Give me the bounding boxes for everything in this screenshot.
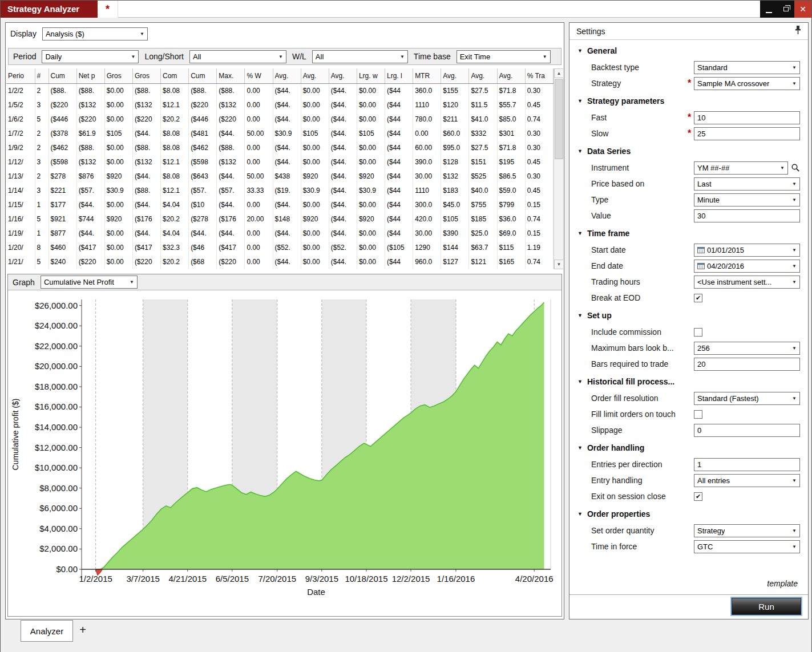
strategy-dropdown[interactable]: Sample MA crossover▼: [694, 77, 800, 90]
period-dropdown[interactable]: Daily ▼: [42, 50, 139, 63]
collapse-triangle-icon[interactable]: ▼: [577, 230, 583, 236]
section-data-series[interactable]: ▼Data Series: [569, 143, 808, 160]
collapse-triangle-icon[interactable]: ▼: [577, 379, 583, 384]
section-title: Set up: [587, 311, 612, 320]
section-general[interactable]: ▼General: [569, 42, 808, 59]
trading-hours-dropdown[interactable]: <Use instrument sett...▼: [694, 276, 800, 289]
table-row[interactable]: 1/16/5$921$744$920($176$20.2($278($17620…: [6, 212, 554, 226]
restore-button[interactable]: [777, 1, 794, 18]
value-input[interactable]: 30: [694, 209, 800, 222]
close-button[interactable]: ✕: [794, 1, 811, 18]
set-order-quantity-dropdown[interactable]: Strategy▼: [694, 524, 800, 537]
table-row[interactable]: 1/19/1$877($44.$0.00($44.$4.04($44.($44.…: [6, 226, 554, 240]
template-link[interactable]: template: [767, 579, 798, 588]
table-row[interactable]: 1/2/22($88.($88.$0.00($88.$8.08($88.($88…: [6, 83, 554, 98]
exit-on-session-close-checkbox[interactable]: ✔: [694, 492, 702, 501]
column-header[interactable]: Avg.: [469, 68, 497, 83]
entries-per-direction-input[interactable]: 1: [694, 458, 800, 471]
include-commission-checkbox[interactable]: [694, 328, 702, 337]
column-header[interactable]: Avg.: [497, 68, 525, 83]
slippage-input[interactable]: 0: [694, 424, 800, 437]
setting-control: 01/01/2015▼: [694, 244, 800, 257]
table-cell: $12.1: [161, 98, 189, 112]
column-header[interactable]: % W: [245, 68, 273, 83]
entry-handling-dropdown[interactable]: All entries▼: [694, 474, 800, 487]
fast-input[interactable]: 10: [694, 111, 800, 124]
display-dropdown[interactable]: Analysis ($) ▼: [42, 27, 148, 41]
table-cell: $0.00: [301, 254, 329, 269]
table-scrollbar[interactable]: ▲ ▼: [554, 68, 563, 269]
column-header[interactable]: Gros: [132, 68, 160, 83]
table-row[interactable]: 1/7/22($378$61.9$105($44.$8.08($481($44.…: [6, 126, 554, 140]
section-order-handling[interactable]: ▼Order handling: [569, 439, 808, 456]
end-date-picker[interactable]: 04/20/2016▼: [694, 260, 800, 273]
section-set-up[interactable]: ▼Set up: [569, 307, 808, 324]
collapse-triangle-icon[interactable]: ▼: [577, 313, 583, 318]
backtest-type-dropdown[interactable]: Standard▼: [694, 61, 800, 74]
column-header[interactable]: Lrg. w: [357, 68, 385, 83]
column-header[interactable]: Max.: [217, 68, 245, 83]
instrument-dropdown[interactable]: YM ##-##▼: [694, 161, 788, 175]
table-cell: ($44.: [132, 169, 160, 183]
slow-input[interactable]: 25: [694, 127, 800, 140]
run-button[interactable]: Run: [732, 598, 801, 615]
section-order-properties[interactable]: ▼Order properties: [569, 505, 808, 523]
type-dropdown[interactable]: Minute▼: [694, 193, 800, 206]
table-row[interactable]: 1/13/2$278$876$920($44.$8.08($643($44.50…: [6, 169, 554, 183]
column-header[interactable]: #: [35, 68, 49, 83]
scroll-up-button[interactable]: ▲: [554, 68, 563, 78]
price-based-on-dropdown[interactable]: Last▼: [694, 177, 800, 191]
bars-required-to-trade-input[interactable]: 20: [694, 358, 800, 371]
table-row[interactable]: 1/9/22($462($88.$0.00($88.$8.08($462($88…: [6, 140, 554, 155]
section-strategy-parameters[interactable]: ▼Strategy parameters: [569, 92, 808, 110]
calendar-icon: [697, 246, 705, 253]
column-header[interactable]: % Tra: [525, 68, 553, 83]
minimize-button[interactable]: [760, 1, 777, 18]
order-fill-resolution-dropdown[interactable]: Standard (Fastest)▼: [694, 392, 800, 405]
section-time-frame[interactable]: ▼Time frame: [569, 225, 808, 242]
fill-limit-orders-on-touch-checkbox[interactable]: [694, 410, 702, 419]
table-row[interactable]: 1/15/1$177($44.$0.00($44.$4.04($10($44.0…: [6, 197, 554, 212]
graph-toolbar: Graph Cumulative Net Profit ▼: [8, 274, 561, 290]
table-row[interactable]: 1/12/3($598($132$0.00($132$12.1($598($13…: [6, 155, 554, 169]
column-header[interactable]: Cum: [189, 68, 217, 83]
column-header[interactable]: Perio: [6, 68, 35, 83]
maximum-bars-look-b-dropdown[interactable]: 256▼: [694, 342, 800, 355]
start-date-picker[interactable]: 01/01/2015▼: [694, 244, 800, 257]
column-header[interactable]: Avg.: [301, 68, 329, 83]
collapse-triangle-icon[interactable]: ▼: [577, 511, 583, 517]
graph-type-dropdown[interactable]: Cumulative Net Profit ▼: [41, 276, 138, 289]
collapse-triangle-icon[interactable]: ▼: [577, 445, 583, 451]
collapse-triangle-icon[interactable]: ▼: [577, 48, 583, 54]
scroll-down-button[interactable]: ▼: [554, 260, 563, 269]
column-header[interactable]: Com: [161, 68, 189, 83]
collapse-triangle-icon[interactable]: ▼: [577, 148, 583, 154]
column-header[interactable]: Gros: [104, 68, 132, 83]
column-header[interactable]: Avg.: [441, 68, 469, 83]
column-header[interactable]: Lrg. l: [385, 68, 413, 83]
table-row[interactable]: 1/21/5$240($220$0.00($220$20.2($68($2200…: [6, 254, 554, 269]
time-in-force-dropdown[interactable]: GTC▼: [694, 540, 800, 553]
column-header[interactable]: MTR: [413, 68, 441, 83]
scrollbar-thumb[interactable]: [555, 79, 563, 159]
longshort-dropdown[interactable]: All ▼: [189, 50, 286, 63]
table-row[interactable]: 1/20/8$460($417$0.00($417$32.3($46($4170…: [6, 240, 554, 254]
table-row[interactable]: 1/6/25($446($220$0.00($220$20.2($446($22…: [6, 112, 554, 126]
break-at-eod-checkbox[interactable]: ✔: [694, 294, 702, 302]
column-header[interactable]: Cum: [49, 68, 76, 83]
tab-analyzer[interactable]: Analyzer: [21, 620, 73, 642]
column-header[interactable]: Net p: [76, 68, 104, 83]
add-tab-button[interactable]: +: [75, 622, 90, 637]
table-row[interactable]: 1/5/23($220($132$0.00($132$12.1($220($13…: [6, 98, 554, 112]
wl-dropdown[interactable]: All ▼: [312, 50, 408, 63]
instrument-search-button[interactable]: [791, 163, 800, 172]
window-title-tab[interactable]: Strategy Analyzer: [1, 1, 98, 18]
table-row[interactable]: 1/14/3$221($57.$30.9($88.$12.1($57.($57.…: [6, 183, 554, 197]
column-header[interactable]: Avg.: [273, 68, 301, 83]
collapse-triangle-icon[interactable]: ▼: [577, 98, 583, 104]
pin-icon[interactable]: [795, 26, 801, 37]
table-cell: ($44.: [329, 112, 357, 126]
section-historical-fill-process[interactable]: ▼Historical fill process...: [569, 373, 808, 390]
column-header[interactable]: Avg.: [329, 68, 357, 83]
timebase-dropdown[interactable]: Exit Time ▼: [457, 50, 551, 63]
